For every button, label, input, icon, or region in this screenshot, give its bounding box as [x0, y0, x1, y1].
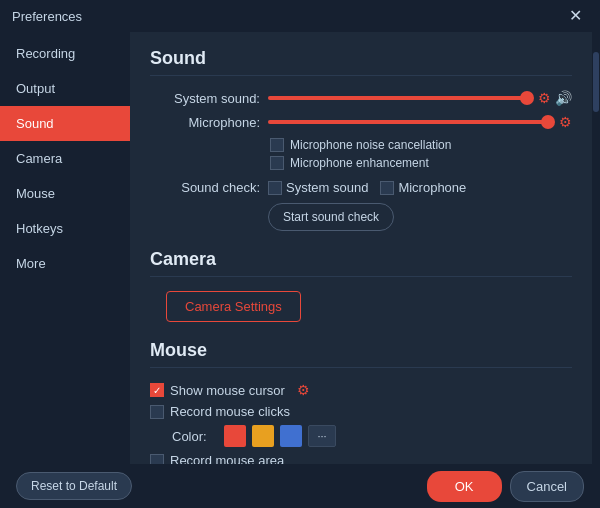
- system-sound-check-checkbox[interactable]: [268, 181, 282, 195]
- ok-button[interactable]: OK: [427, 471, 502, 502]
- color-swatch-blue-1[interactable]: [280, 425, 302, 447]
- sound-check-options: System sound Microphone: [268, 180, 466, 195]
- microphone-gear-icon[interactable]: ⚙: [559, 114, 572, 130]
- microphone-check-label: Microphone: [398, 180, 466, 195]
- reset-button[interactable]: Reset to Default: [16, 472, 132, 500]
- cancel-button[interactable]: Cancel: [510, 471, 584, 502]
- system-sound-check-label: System sound: [286, 180, 368, 195]
- noise-cancel-checkbox[interactable]: [270, 138, 284, 152]
- record-area-label: Record mouse area: [170, 453, 284, 464]
- sidebar-item-mouse[interactable]: Mouse: [0, 176, 130, 211]
- record-clicks-label: Record mouse clicks: [170, 404, 290, 419]
- main-content: Sound System sound: ⚙ 🔊: [130, 32, 592, 464]
- color-more-button-1[interactable]: ···: [308, 425, 336, 447]
- sound-section: Sound System sound: ⚙ 🔊: [150, 48, 572, 231]
- show-cursor-row: ✓ Show mouse cursor ⚙: [150, 382, 572, 398]
- noise-cancel-label: Microphone noise cancellation: [290, 138, 451, 152]
- scrollbar[interactable]: [592, 32, 600, 464]
- scrollbar-thumb[interactable]: [593, 52, 599, 112]
- system-sound-row: System sound: ⚙ 🔊: [150, 90, 572, 106]
- microphone-track[interactable]: [268, 120, 553, 124]
- sidebar-item-hotkeys[interactable]: Hotkeys: [0, 211, 130, 246]
- system-sound-thumb: [520, 91, 534, 105]
- content-area: Recording Output Sound Camera Mouse Hotk…: [0, 32, 600, 464]
- sound-check-label: Sound check:: [150, 180, 260, 195]
- microphone-check-checkbox[interactable]: [380, 181, 394, 195]
- preferences-dialog: Preferences ✕ Recording Output Sound Cam…: [0, 0, 600, 508]
- record-clicks-row: Record mouse clicks: [150, 404, 572, 419]
- microphone-fill: [268, 120, 553, 124]
- system-sound-track[interactable]: [268, 96, 532, 100]
- system-sound-icons: ⚙ 🔊: [538, 90, 572, 106]
- enhancement-row: Microphone enhancement: [270, 156, 572, 170]
- sound-title: Sound: [150, 48, 572, 76]
- bottom-bar: Reset to Default OK Cancel: [0, 464, 600, 508]
- noise-cancel-row: Microphone noise cancellation: [270, 138, 572, 152]
- cursor-gear-icon[interactable]: ⚙: [297, 382, 310, 398]
- sidebar-item-recording[interactable]: Recording: [0, 36, 130, 71]
- sidebar-item-output[interactable]: Output: [0, 71, 130, 106]
- camera-section: Camera Camera Settings: [150, 249, 572, 322]
- system-sound-label: System sound:: [150, 91, 260, 106]
- microphone-slider-container: [268, 120, 553, 124]
- system-sound-fill: [268, 96, 527, 100]
- color-row-1: Color: ···: [172, 425, 572, 447]
- record-area-checkbox[interactable]: [150, 454, 164, 465]
- record-area-row: Record mouse area: [150, 453, 572, 464]
- system-sound-gear-icon[interactable]: ⚙: [538, 90, 551, 106]
- title-bar: Preferences ✕: [0, 0, 600, 32]
- start-sound-check-button[interactable]: Start sound check: [268, 203, 394, 231]
- microphone-check-option: Microphone: [380, 180, 466, 195]
- dialog-title: Preferences: [12, 9, 82, 24]
- microphone-row: Microphone: ⚙: [150, 114, 572, 130]
- system-sound-speaker-icon[interactable]: 🔊: [555, 90, 572, 106]
- camera-title: Camera: [150, 249, 572, 277]
- color-swatch-yellow-1[interactable]: [252, 425, 274, 447]
- record-clicks-checkbox[interactable]: [150, 405, 164, 419]
- show-cursor-label: Show mouse cursor: [170, 383, 285, 398]
- microphone-thumb: [541, 115, 555, 129]
- ok-cancel-area: OK Cancel: [427, 471, 584, 502]
- enhancement-label: Microphone enhancement: [290, 156, 429, 170]
- show-cursor-checkbox[interactable]: ✓: [150, 383, 164, 397]
- system-sound-check-option: System sound: [268, 180, 368, 195]
- microphone-label: Microphone:: [150, 115, 260, 130]
- camera-settings-button[interactable]: Camera Settings: [166, 291, 301, 322]
- mouse-title: Mouse: [150, 340, 572, 368]
- color-label-1: Color:: [172, 429, 218, 444]
- sidebar-item-sound[interactable]: Sound: [0, 106, 130, 141]
- close-button[interactable]: ✕: [563, 6, 588, 26]
- microphone-icons: ⚙: [559, 114, 572, 130]
- color-swatch-red-1[interactable]: [224, 425, 246, 447]
- mouse-section: Mouse ✓ Show mouse cursor ⚙ Record mouse…: [150, 340, 572, 464]
- sound-check-row: Sound check: System sound Microphone: [150, 180, 572, 195]
- sidebar-item-more[interactable]: More: [0, 246, 130, 281]
- enhancement-checkbox[interactable]: [270, 156, 284, 170]
- sidebar: Recording Output Sound Camera Mouse Hotk…: [0, 32, 130, 464]
- system-sound-slider-container: [268, 96, 532, 100]
- sidebar-item-camera[interactable]: Camera: [0, 141, 130, 176]
